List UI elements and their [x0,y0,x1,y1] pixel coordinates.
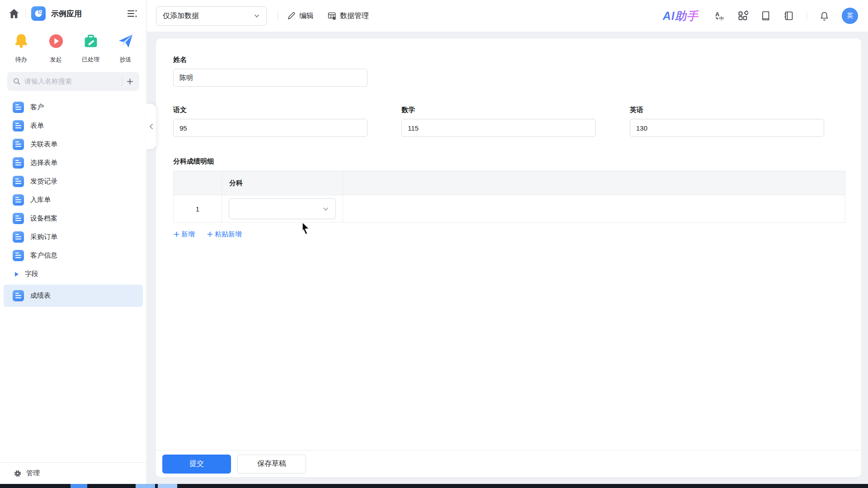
form-doc-icon [13,139,24,150]
empty-cell [343,195,845,222]
data-manage-label: 数据管理 [340,11,369,21]
sidebar-item-device-archive[interactable]: 设备档案 [0,209,146,228]
search-placeholder: 请输入名称搜索 [24,77,118,86]
sidebar-item-label: 入库单 [30,196,51,204]
apps-grid-icon[interactable] [737,10,748,21]
quick-action-label: 已处理 [82,56,99,64]
book-icon[interactable] [760,10,771,21]
index-column-header [174,171,222,195]
svg-text:中: 中 [719,15,724,21]
topbar: 仅添加数据 编辑 数据管理 AI助手 A [147,0,868,32]
empty-column-header [343,171,845,195]
sidebar-item-label: 客户 [30,103,44,112]
user-avatar[interactable]: 英 [842,8,858,24]
quick-actions: 待办 发起 已处理 [0,27,146,64]
topbar-divider [278,11,278,21]
search-divider [122,77,123,86]
paste-add-button[interactable]: 粘贴新增 [207,230,242,239]
sidebar-item-select-form[interactable]: 选择表单 [0,154,146,172]
math-field: 数学 115 [401,106,596,137]
subform-table: 分科 1 [173,171,845,223]
mode-select-value: 仅添加数据 [163,11,199,21]
quick-action-label: 抄送 [120,56,132,64]
search-input[interactable]: 请输入名称搜索 [7,72,139,91]
quick-action-cc[interactable]: 抄送 [108,33,143,64]
add-form-button[interactable] [126,78,134,85]
english-field: 英语 130 [630,106,824,137]
bottom-bar-segment [136,484,155,488]
bottom-bar-segment [71,484,87,488]
sidebar-item-label: 表单 [30,122,44,130]
sidebar-collapse-handle[interactable] [146,104,156,149]
chinese-field-label: 语文 [173,106,368,114]
chevron-left-icon [149,123,154,130]
row-index-cell: 1 [174,195,222,222]
menu-icon[interactable] [126,7,138,20]
notification-bell-icon[interactable] [819,11,830,21]
edit-button[interactable]: 编辑 [287,11,314,21]
header-divider [25,9,26,18]
data-table-icon [327,11,336,20]
edit-label: 编辑 [299,11,314,21]
english-score-input[interactable]: 130 [630,119,824,137]
chinese-score-input[interactable]: 95 [173,119,368,137]
main-area: 仅添加数据 编辑 数据管理 AI助手 A [147,0,868,484]
data-manage-button[interactable]: 数据管理 [327,11,369,21]
sidebar-item-label: 采购订单 [30,233,57,241]
form-doc-icon [13,176,24,187]
manage-label: 管理 [26,469,40,478]
pencil-icon [287,12,296,20]
form-doc-icon [13,120,24,131]
manage-button[interactable]: 管理 [0,462,146,484]
search-icon [13,77,21,85]
plus-icon [207,231,213,238]
sidebar-item-form[interactable]: 表单 [0,117,146,135]
translate-icon[interactable]: A 中 [714,10,725,22]
bell-icon [13,33,30,52]
sidebar-item-score-table[interactable]: 成绩表 [4,285,143,307]
sidebar-item-label: 发货记录 [30,177,57,186]
topbar-divider [807,11,807,21]
sidebar-item-inbound-order[interactable]: 入库单 [0,191,146,209]
quick-action-todo[interactable]: 待办 [4,33,38,64]
add-row-button[interactable]: 新增 [173,230,195,239]
ai-assistant-button[interactable]: AI助手 [663,9,698,23]
plus-icon [173,231,180,238]
subform-table-row: 1 [174,195,845,222]
subject-select[interactable] [229,198,336,219]
quick-action-initiate[interactable]: 发起 [38,33,73,64]
paper-plane-icon [117,33,134,52]
form-card: 姓名 陈明 语文 95 数学 115 英语 130 [156,38,861,477]
sidebar-item-shipping-record[interactable]: 发货记录 [0,172,146,191]
form-doc-icon [13,157,24,169]
submit-button[interactable]: 提交 [162,455,231,474]
sidebar-group-label: 字段 [25,270,38,278]
sidebar-header: ¥ 示例应用 [0,0,146,27]
form-doc-icon [13,290,24,301]
subject-cell [222,195,343,222]
sidebar-item-customer-info[interactable]: 客户信息 [0,246,146,265]
sidebar-item-customer[interactable]: 客户 [0,98,146,117]
english-field-label: 英语 [630,106,824,114]
score-fields-row: 语文 95 数学 115 英语 130 [173,106,845,137]
name-field-label: 姓名 [173,56,845,64]
notebook-icon[interactable] [783,10,794,21]
play-circle-icon [47,33,65,52]
quick-action-processed[interactable]: 已处理 [73,33,108,64]
quick-action-label: 待办 [15,56,27,64]
sidebar-item-linked-form[interactable]: 关联表单 [0,135,146,154]
math-field-label: 数学 [401,106,596,114]
sidebar-item-label: 客户信息 [30,251,57,260]
name-input[interactable]: 陈明 [173,69,368,87]
chinese-field: 语文 95 [173,106,368,137]
mode-select[interactable]: 仅添加数据 [156,6,267,26]
sidebar-group-fields[interactable]: 字段 [0,265,146,283]
home-icon[interactable] [8,8,20,19]
sidebar-item-label: 设备档案 [30,214,57,223]
quick-action-label: 发起 [50,56,62,64]
math-score-input[interactable]: 115 [401,119,596,137]
gear-icon [14,469,22,478]
sidebar-item-purchase-order[interactable]: 采购订单 [0,228,146,246]
chevron-down-icon [254,13,260,19]
save-draft-button[interactable]: 保存草稿 [237,455,306,474]
